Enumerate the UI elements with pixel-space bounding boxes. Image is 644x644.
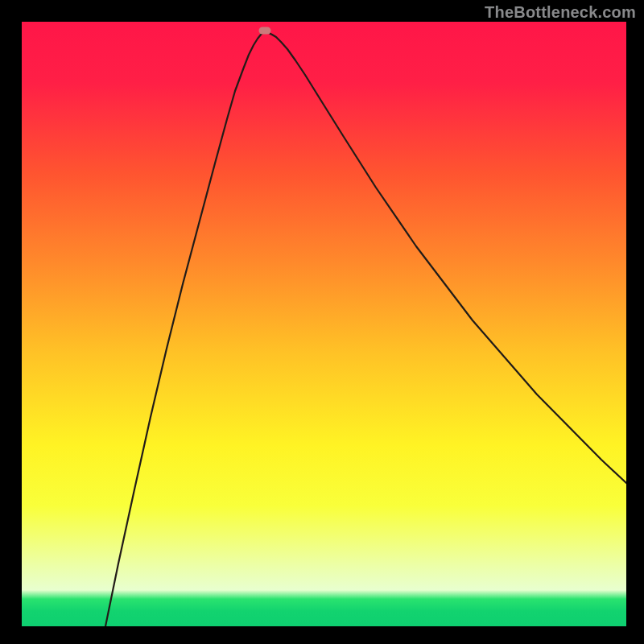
optimum-marker (259, 27, 271, 35)
chart-frame: TheBottleneck.com (0, 0, 644, 644)
watermark-text: TheBottleneck.com (485, 3, 636, 22)
bottleneck-curve (105, 32, 626, 626)
plot-area (22, 22, 626, 626)
curve-svg (22, 22, 626, 626)
